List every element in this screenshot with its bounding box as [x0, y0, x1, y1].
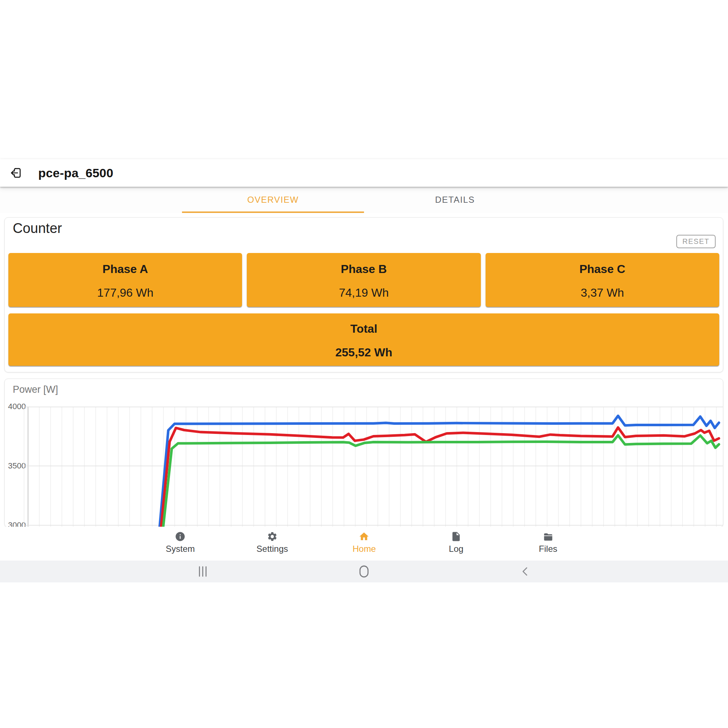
- power-line-chart: [24, 407, 723, 527]
- info-icon: [175, 531, 186, 542]
- android-navigation-bar: [0, 561, 728, 583]
- chart-title: Power [W]: [13, 384, 58, 395]
- recent-apps-button[interactable]: [197, 561, 209, 583]
- phase-b-value: 74,19 Wh: [247, 286, 480, 300]
- nav-item-home[interactable]: Home: [318, 527, 410, 561]
- phase-c-value: 3,37 Wh: [486, 286, 719, 300]
- phase-b-label: Phase B: [247, 253, 480, 276]
- folder-icon: [543, 531, 554, 542]
- nav-item-system[interactable]: System: [134, 527, 226, 561]
- y-tick-3500: 3500: [5, 461, 26, 471]
- counter-card: Counter RESET Phase A 177,96 Wh Phase B …: [5, 217, 723, 372]
- home-icon: [359, 531, 369, 542]
- nav-item-files[interactable]: Files: [502, 527, 594, 561]
- phase-a-label: Phase A: [8, 253, 242, 276]
- tab-details[interactable]: DETAILS: [364, 187, 546, 213]
- screen: pce-pa_6500 OVERVIEW DETAILS Counter RES…: [0, 0, 728, 728]
- phase-c-card: Phase C 3,37 Wh: [486, 253, 719, 307]
- tab-overview[interactable]: OVERVIEW: [182, 187, 364, 213]
- document-icon: [451, 531, 462, 542]
- reset-button[interactable]: RESET: [676, 235, 716, 248]
- nav-label-system: System: [166, 544, 195, 554]
- tab-group: OVERVIEW DETAILS: [182, 187, 546, 213]
- power-chart-card: Power [W] 4000 3500 3000: [5, 379, 723, 528]
- counter-title: Counter: [13, 220, 62, 236]
- nav-item-log[interactable]: Log: [410, 527, 502, 561]
- nav-label-settings: Settings: [257, 544, 288, 554]
- y-tick-4000: 4000: [5, 402, 26, 411]
- phase-a-value: 177,96 Wh: [8, 286, 242, 300]
- phase-row: Phase A 177,96 Wh Phase B 74,19 Wh Phase…: [8, 253, 719, 307]
- phase-c-label: Phase C: [486, 253, 719, 276]
- bottom-nav-items: System Settings Home Log: [134, 527, 594, 561]
- series-line-green: [163, 435, 719, 527]
- total-value: 255,52 Wh: [8, 346, 719, 359]
- tab-bar: OVERVIEW DETAILS: [0, 187, 728, 213]
- total-label: Total: [8, 314, 719, 336]
- bottom-nav: System Settings Home Log: [0, 527, 728, 561]
- exit-app-icon[interactable]: [9, 166, 24, 180]
- android-home-button[interactable]: [358, 561, 370, 583]
- gear-icon: [267, 531, 278, 542]
- nav-item-settings[interactable]: Settings: [226, 527, 318, 561]
- nav-label-files: Files: [539, 544, 557, 554]
- page-title: pce-pa_6500: [38, 166, 113, 180]
- nav-label-home: Home: [352, 544, 376, 554]
- android-back-button[interactable]: [520, 561, 531, 583]
- phase-a-card: Phase A 177,96 Wh: [8, 253, 242, 307]
- phase-b-card: Phase B 74,19 Wh: [247, 253, 480, 307]
- app-bar: pce-pa_6500: [0, 159, 728, 187]
- nav-label-log: Log: [449, 544, 463, 554]
- total-card: Total 255,52 Wh: [8, 314, 719, 366]
